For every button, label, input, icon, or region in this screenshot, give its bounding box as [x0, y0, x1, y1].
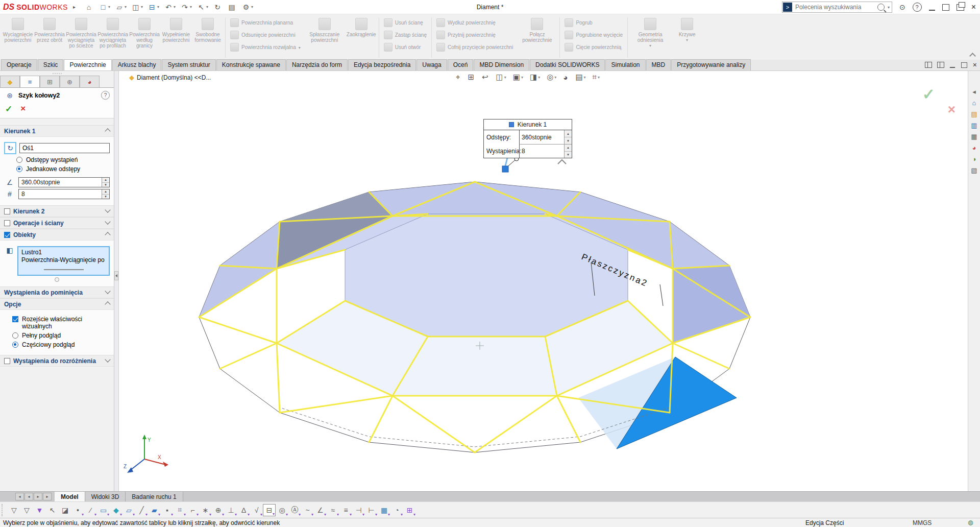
pattern-callout[interactable]: Kierunek 1 Odstępy: 360stopnie▲▼ Wystąpi… [483, 119, 572, 158]
bodies-checkbox[interactable] [4, 232, 10, 238]
featuremanager-tab[interactable]: ◆ [0, 76, 20, 87]
section-view-icon[interactable]: ◫▾ [496, 73, 506, 82]
filter-selected-icon[interactable]: ▼ [33, 504, 46, 516]
rectangle-filter-icon[interactable]: ▭ [97, 504, 110, 516]
dimension-filter-icon[interactable]: ⊟ [263, 504, 276, 516]
radio-equal-spacing[interactable]: Jednakowe odstępy [16, 165, 110, 173]
previous-view-icon[interactable]: ↩ [482, 73, 489, 82]
axis-filter-icon[interactable]: ∗ [199, 504, 212, 516]
command-tab[interactable]: Dodatki SOLIDWORKS [530, 59, 605, 70]
apply-scene-icon[interactable]: ▤▾ [575, 73, 585, 82]
command-tab[interactable]: Narzędzia do form [286, 59, 348, 70]
resize-window-icon[interactable] [942, 4, 949, 11]
scene-icon[interactable]: ◑ [972, 156, 976, 162]
table-filter-icon[interactable]: ▦ [378, 504, 390, 516]
axis-selection-field[interactable]: Oś1 [19, 143, 110, 153]
ribbon-button-fillet[interactable]: Zaokrąglenie [346, 15, 377, 60]
document-tab[interactable]: Widoki 3D [85, 492, 126, 501]
ribbon-button-delete-hole[interactable]: Usuń otwór [384, 43, 427, 52]
datum-right-icon[interactable]: ⊢ [365, 504, 378, 516]
help-icon[interactable]: ? [913, 3, 922, 12]
pie-filter-icon[interactable]: ◔ [390, 504, 403, 516]
command-tab[interactable]: Arkusz blachy [112, 59, 162, 70]
confirm-cancel-icon[interactable]: × [948, 102, 955, 117]
hatch-filter-icon[interactable]: ≈ [327, 504, 339, 516]
features-faces-checkbox[interactable] [4, 220, 10, 226]
next-tab-icon[interactable]: ▸ [34, 493, 42, 500]
options-icon[interactable]: ⚙▾ [240, 2, 255, 12]
sqrt-filter-icon[interactable]: √ [250, 504, 263, 516]
open-icon[interactable]: ▱▾ [113, 2, 129, 12]
first-tab-icon[interactable]: ◂ [15, 493, 24, 500]
last-tab-icon[interactable]: ▸ [43, 493, 52, 500]
doc-close-icon[interactable]: × [973, 62, 977, 68]
ribbon-button-lofted-surface[interactable]: Powierzchnia wyciągnięta po profilach [97, 15, 129, 60]
appearances-icon[interactable]: ◕ [972, 145, 976, 151]
dimxpertmanager-tab[interactable]: ⊕ [60, 76, 80, 87]
view-orientation-icon[interactable]: ▣▾ [513, 73, 523, 82]
select-arrow-icon[interactable]: ↖ [46, 504, 59, 516]
search-icon[interactable] [877, 4, 885, 11]
solid-filter-icon[interactable]: ▱ [122, 504, 135, 516]
ribbon-button-filled-surface[interactable]: Wypełnienie powierzchni [160, 15, 192, 60]
zoom-fit-icon[interactable]: ⌖ [456, 73, 461, 82]
pattern-axis-icon[interactable]: ↻ [4, 142, 16, 154]
ribbon-button-freeform[interactable]: Swobodne formowanie [192, 15, 224, 60]
ribbon-button-delete-face[interactable]: Usuń ścianę [384, 18, 427, 27]
ribbon-button-thicken[interactable]: Pogrub [565, 18, 623, 27]
close-window-icon[interactable]: × [971, 4, 976, 10]
undo-icon[interactable]: ↶▾ [162, 2, 178, 12]
propagate-visual-checkbox-row[interactable]: Rozejście właściwości wizualnych [12, 316, 110, 330]
doc-minimize-icon[interactable] [950, 62, 955, 68]
pm-help-icon[interactable]: ? [101, 91, 110, 100]
confirm-ok-icon[interactable]: ✓ [922, 85, 935, 103]
ribbon-button-boundary-surface[interactable]: Powierzchnia według granicy [129, 15, 160, 60]
feature-tree-breadcrumb[interactable]: ◆ Diament (Domyślna) <<D... [129, 74, 211, 81]
command-tab[interactable]: MBD Dimension [474, 59, 529, 70]
ribbon-button-replace-face[interactable]: Zastąp ścianę [384, 31, 427, 39]
perpendicular-filter-icon[interactable]: ⊥ [225, 504, 237, 516]
bodies-selection-list[interactable]: Lustro1 Powierzchnia-Wyciągnięcie po pr [17, 246, 110, 276]
pane-split-icon[interactable] [925, 62, 932, 68]
vary-checkbox[interactable] [4, 358, 10, 364]
ribbon-button-flatten-surface[interactable]: Spłaszczanie powierzchni [304, 15, 346, 60]
origin-filter-icon[interactable]: ⊕ [212, 504, 225, 516]
spline-filter-icon[interactable]: ~ [301, 504, 314, 516]
file-explorer-icon[interactable]: ▥ [971, 122, 977, 129]
command-tab[interactable]: Simulation [605, 59, 645, 70]
cascade-windows-icon[interactable] [957, 4, 964, 11]
ribbon-button-extend-surface[interactable]: Wydłuż powierzchnię [436, 18, 513, 27]
prev-tab-icon[interactable]: ◂ [24, 493, 33, 500]
section-direction2[interactable]: Kierunek 2 [0, 205, 114, 217]
radio-instance-spacing[interactable]: Odstępy wystąpień [16, 156, 110, 163]
home-icon[interactable]: ⌂ [83, 2, 96, 12]
count-spinner[interactable]: ▲▼ [564, 145, 572, 158]
propertymanager-tab[interactable]: ≡ [20, 76, 40, 87]
ribbon-button-untrim-surface[interactable]: Cofnij przycięcie powierzchni [436, 43, 513, 52]
section-options[interactable]: Opcje [0, 298, 114, 310]
command-tab[interactable]: System struktur [162, 59, 215, 70]
collapse-pane-icon[interactable]: ◂ [972, 88, 976, 95]
doc-restore-icon[interactable] [961, 62, 967, 67]
display-style-icon[interactable]: ◨▾ [530, 73, 540, 82]
ribbon-button-offset-surface[interactable]: Odsunięcie powierzchni [230, 31, 301, 39]
corner-filter-icon[interactable]: ⌐ [186, 504, 199, 516]
ribbon-button-revolved-surface[interactable]: Powierzchnia przez obrót [34, 15, 65, 60]
document-tab[interactable]: Badanie ruchu 1 [126, 492, 183, 501]
measure-filter-icon[interactable]: ∆ [237, 504, 250, 516]
filter-icon[interactable]: ▽ [8, 504, 20, 516]
radio-partial-preview[interactable]: Częściowy podgląd [12, 341, 110, 348]
shapes-filter-icon[interactable]: ◆ [110, 504, 122, 516]
callout-count-field[interactable]: 8▲▼ [519, 144, 572, 158]
rebuild-icon[interactable]: ↻ [211, 2, 225, 12]
datum-left-icon[interactable]: ⊣ [352, 504, 365, 516]
collapse-panel-icon[interactable] [114, 271, 118, 280]
view-palette-icon[interactable]: ▦ [971, 133, 977, 140]
zoom-area-icon[interactable]: ⊞ [468, 73, 475, 82]
select-icon[interactable]: ↖▾ [195, 2, 210, 12]
count-spinner[interactable]: ▲▼ [102, 189, 109, 199]
command-tab[interactable]: MBD [646, 59, 671, 70]
point-filter-icon[interactable]: • [71, 504, 84, 516]
line-filter-icon[interactable]: ∕ [84, 504, 97, 516]
command-tab[interactable]: Powierzchnie [64, 59, 111, 70]
